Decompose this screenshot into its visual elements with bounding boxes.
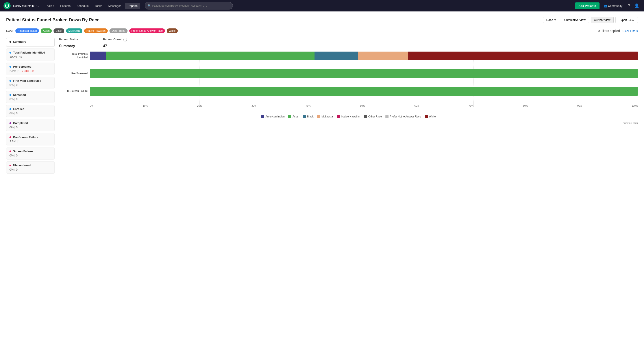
nav-item-patients[interactable]: Patients <box>58 3 73 9</box>
legend-label-prefer-not: Prefer Not to Answer Race <box>390 115 421 118</box>
sidebar-value: 0% | 0 <box>10 154 18 157</box>
chart-summary-count: 47 <box>103 44 107 48</box>
bar-chart-container: Total PatientsIdentified <box>59 52 638 96</box>
filter-chip-native-hawaiian[interactable]: Native Hawaiian <box>84 29 108 33</box>
sidebar-item-screened[interactable]: Screened 0% | 0 <box>6 91 54 103</box>
x-label-60: 60% <box>414 104 419 107</box>
sidebar-item-completed[interactable]: Completed 0% | 0 <box>6 119 54 131</box>
sidebar-sub-value: ↘ 98% | 46 <box>22 69 34 73</box>
sidebar-item-discontinued[interactable]: Discontinued 0% | 0 <box>6 161 54 174</box>
sidebar-label-summary: Summary <box>13 40 26 44</box>
nav-item-tasks[interactable]: Tasks <box>92 3 105 9</box>
legend-swatch-multiracial <box>317 115 320 118</box>
sidebar-item-total-patients[interactable]: Total Patients Identified 100% | 47 <box>6 49 54 61</box>
filter-chip-american-indian[interactable]: American Indian <box>16 29 39 33</box>
legend-item-black: Black <box>302 115 314 118</box>
x-label-40: 40% <box>306 104 310 107</box>
current-view-button[interactable]: Current View <box>591 17 614 23</box>
user-icon[interactable]: 👤 <box>633 2 640 10</box>
bar-track-pre-screened <box>90 69 638 78</box>
arrow-down-icon: ↘ <box>22 70 23 72</box>
sidebar-value: 100% | 47 <box>10 55 22 58</box>
legend-label-native-hawaiian: Native Hawaiian <box>342 115 360 118</box>
legend-label-asian: Asian <box>292 115 299 118</box>
bar-chart-wrapper: Total PatientsIdentified <box>59 52 638 107</box>
cumulative-view-button[interactable]: Cumulative View <box>561 17 589 23</box>
dot-icon <box>10 122 11 124</box>
search-icon: 🔍 <box>148 4 151 8</box>
chevron-down-icon: ▾ <box>554 18 556 22</box>
nav-item-reports[interactable]: Reports <box>125 3 140 9</box>
legend-swatch-american-indian <box>261 115 264 118</box>
sidebar-value: 0% | 0 <box>10 97 18 101</box>
patient-search-bar[interactable]: 🔍 <box>145 2 233 10</box>
sidebar-label: Total Patients Identified <box>13 51 45 54</box>
filter-chip-other-race[interactable]: Other Race <box>110 29 127 33</box>
sidebar-item-first-visit[interactable]: First Visit Scheduled 0% | 0 <box>6 77 54 89</box>
app-logo[interactable] <box>4 2 10 9</box>
bar-seg-white <box>408 52 638 60</box>
x-label-20: 20% <box>197 104 202 107</box>
clear-filters-button[interactable]: Clear Filters <box>622 29 638 33</box>
nav-item-schedule[interactable]: Schedule <box>74 3 91 9</box>
page-header: Patient Status Funnel Broken Down By Rac… <box>6 17 638 23</box>
sidebar-value: 2.1% | 1 <box>10 140 20 143</box>
filter-chip-black[interactable]: Black <box>54 29 64 33</box>
sidebar-label: Pre-Screen Failure <box>13 136 38 139</box>
brand-name: Rocky Mountain R... <box>13 4 39 8</box>
sidebar-value: 2.1% | 1 <box>10 69 20 73</box>
sidebar-label: Screen Failure <box>13 150 33 153</box>
bar-seg-black <box>314 52 358 60</box>
breakdown-dropdown[interactable]: Race ▾ <box>543 17 559 23</box>
sidebar-item-summary[interactable]: Summary <box>6 38 54 47</box>
nav-item-messages[interactable]: Messages <box>106 3 124 9</box>
sidebar-sub-text: 98% | 46 <box>24 69 34 73</box>
info-icon[interactable]: i <box>123 38 127 42</box>
legend-swatch-other-race <box>364 115 367 118</box>
filter-chip-asian[interactable]: Asian <box>41 29 52 33</box>
sidebar-label: Completed <box>13 121 28 125</box>
sidebar-item-screen-failure[interactable]: Screen Failure 0% | 0 <box>6 147 54 160</box>
x-label-0: 0% <box>90 104 94 107</box>
filter-chip-prefer-not[interactable]: Prefer Not to Answer Race <box>129 29 165 33</box>
sidebar-label: Pre-Screened <box>13 65 32 68</box>
bar-row-total-patients: Total PatientsIdentified <box>90 52 638 60</box>
community-link[interactable]: 👥 Community <box>601 3 624 9</box>
export-csv-button[interactable]: Export .CSV <box>615 17 638 23</box>
x-label-100: 100% <box>632 104 638 107</box>
x-label-90: 90% <box>577 104 582 107</box>
bar-label-prescreen-failure: Pre-Screen Failure <box>59 90 88 93</box>
legend-item-white: White <box>425 115 436 118</box>
x-label-70: 70% <box>469 104 474 107</box>
sidebar-item-pre-screen-failure[interactable]: Pre-Screen Failure 2.1% | 1 <box>6 133 54 145</box>
sidebar-value: 0% | 0 <box>10 126 18 129</box>
nav-item-trials[interactable]: Trials ▾ <box>42 3 56 9</box>
sidebar-item-pre-screened[interactable]: Pre-Screened 2.1% | 1 ↘ 98% | 46 <box>6 63 54 75</box>
bar-row-prescreen-failure: Pre-Screen Failure <box>90 87 638 96</box>
bar-seg-multiracial <box>358 52 408 60</box>
filters-applied-count: 0 Filters applied <box>598 29 620 33</box>
legend-item-american-indian: American Indian <box>261 115 285 118</box>
sidebar-value: 0% | 0 <box>10 168 18 171</box>
sidebar-item-enrolled[interactable]: Enrolled 0% | 0 <box>6 105 54 117</box>
dot-icon <box>10 41 11 43</box>
sidebar-value: 0% | 0 <box>10 112 18 115</box>
bar-row-pre-screened: Pre-Screened <box>90 69 638 78</box>
legend-swatch-native-hawaiian <box>337 115 340 118</box>
x-axis: 0% 10% 20% 30% 40% 50% 60% 70% 80% 90% 1… <box>90 104 638 107</box>
help-icon[interactable]: ? <box>626 2 631 10</box>
chart-area: Patient Status Patient Count i Summary 4… <box>59 38 638 175</box>
legend-label-multiracial: Multiracial <box>322 115 334 118</box>
filter-chip-multiracial[interactable]: Multiracial <box>66 29 82 33</box>
search-input[interactable] <box>152 4 230 7</box>
chart-header: Patient Status Patient Count i <box>59 38 638 42</box>
filter-chip-white[interactable]: White <box>167 29 178 33</box>
add-patients-button[interactable]: Add Patients <box>575 3 600 9</box>
sidebar-label: Enrolled <box>13 107 24 111</box>
bar-seg-asian <box>106 52 314 60</box>
filter-row: Race American Indian Asian Black Multira… <box>6 29 638 33</box>
sidebar-value: 0% | 0 <box>10 83 18 87</box>
x-label-10: 10% <box>143 104 148 107</box>
sidebar: Summary Total Patients Identified 100% |… <box>6 38 54 175</box>
sidebar-label: First Visit Scheduled <box>13 79 41 82</box>
